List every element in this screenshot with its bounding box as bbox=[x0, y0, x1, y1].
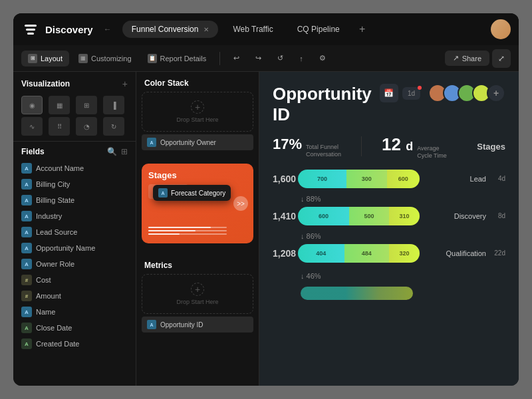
tab-web-traffic[interactable]: Web Traffic bbox=[223, 21, 282, 38]
report-label: Report Details bbox=[160, 55, 207, 63]
bar-seg-2a: 600 bbox=[298, 207, 349, 225]
avatars-group: + bbox=[428, 84, 505, 102]
bar-row-partial bbox=[301, 287, 505, 300]
add-tab-button[interactable]: + bbox=[354, 21, 370, 37]
layout-label: Layout bbox=[41, 55, 63, 63]
field-industry[interactable]: A Industry bbox=[13, 208, 136, 224]
forecast-overlay[interactable]: A Forecast Category bbox=[153, 185, 231, 201]
left-panel: Visualization + ◉ ▦ ⊞ ▐ ∿ ⠿ ◔ ↻ Fields 🔍… bbox=[13, 72, 136, 386]
field-badge-hash: # bbox=[21, 291, 32, 301]
fields-search-icon[interactable]: 🔍 bbox=[107, 147, 117, 156]
field-badge-a: A bbox=[21, 243, 32, 253]
bar-lead: 700 300 600 bbox=[298, 170, 420, 188]
viz-type-table[interactable]: ⊞ bbox=[76, 96, 97, 114]
calendar-btn[interactable]: 📅 bbox=[380, 84, 398, 102]
toolbar-layout-btn[interactable]: ⊞ Layout bbox=[21, 51, 69, 66]
toolbar-separator bbox=[219, 52, 220, 65]
nav-back-arrow[interactable]: ← bbox=[104, 25, 112, 34]
tab-close-icon[interactable]: ✕ bbox=[203, 26, 209, 33]
bar-days-1: 4d bbox=[489, 175, 505, 182]
metrics-drop-zone[interactable]: + Drop Start Here bbox=[142, 274, 253, 314]
fields-title: Fields bbox=[21, 147, 45, 156]
settings-btn[interactable]: ⚙ bbox=[313, 51, 332, 66]
fields-filter-icon[interactable]: ⊞ bbox=[121, 147, 128, 156]
field-badge-a: A bbox=[21, 179, 32, 190]
app-window: Discovery ← Funnel Conversion ✕ Web Traf… bbox=[13, 13, 519, 386]
field-badge-a: A bbox=[21, 227, 32, 237]
field-opportunity-name[interactable]: A Opportunity Name bbox=[13, 240, 136, 256]
pill-badge: A bbox=[147, 138, 156, 147]
field-badge-cal: A bbox=[21, 323, 32, 333]
cycle-value: 12 d bbox=[382, 134, 413, 155]
opp-id-badge: A bbox=[147, 320, 156, 329]
tab-cq-pipeline[interactable]: CQ Pipeline bbox=[288, 21, 349, 38]
bar-days-3: 22d bbox=[489, 249, 505, 257]
expand-btn[interactable]: ⤢ bbox=[492, 49, 511, 68]
viz-type-scatter[interactable]: ⠿ bbox=[49, 117, 70, 136]
field-badge-hash: # bbox=[21, 275, 32, 285]
chart-line-2 bbox=[148, 230, 227, 231]
field-close-date[interactable]: A Close Date bbox=[13, 320, 136, 336]
share-icon: ↗ bbox=[453, 54, 459, 63]
report-icon: 📋 bbox=[148, 54, 157, 63]
bar-row-lead: 1,600 700 300 600 Lead 4d bbox=[273, 170, 505, 188]
right-panel: Opportunity ID 📅 1d + bbox=[259, 72, 519, 386]
bar-seg-2b: 500 bbox=[349, 207, 389, 225]
opp-id-label: Opportunity ID bbox=[160, 321, 203, 329]
chart-line-1 bbox=[148, 227, 227, 228]
toolbar-report-btn[interactable]: 📋 Report Details bbox=[141, 51, 213, 66]
conversion-label: Total Funnel Conversation bbox=[306, 144, 341, 158]
field-billing-state[interactable]: A Billing State bbox=[13, 192, 136, 208]
more-icon: ↻ bbox=[111, 123, 116, 130]
field-cost[interactable]: # Cost bbox=[13, 272, 136, 288]
field-account-name[interactable]: A Account Name bbox=[13, 160, 136, 176]
bar-row-qualification: 1,208 404 484 320 Qualification 22d bbox=[273, 244, 505, 263]
redo-btn[interactable]: ↪ bbox=[249, 51, 268, 66]
fields-header: Fields 🔍 ⊞ bbox=[13, 141, 136, 160]
upload-btn[interactable]: ↑ bbox=[293, 51, 310, 66]
bar-count-3: 1,208 bbox=[273, 248, 298, 259]
opportunity-owner-pill[interactable]: A Opportunity Owner bbox=[142, 134, 253, 150]
viz-type-line[interactable]: ∿ bbox=[21, 117, 43, 136]
period-label: 1d bbox=[408, 90, 415, 97]
field-owner-role[interactable]: A Owner Role bbox=[13, 256, 136, 272]
field-lead-source[interactable]: A Lead Source bbox=[13, 224, 136, 240]
field-name[interactable]: A Name bbox=[13, 304, 136, 320]
share-btn[interactable]: ↗ Share bbox=[445, 51, 489, 66]
forecast-badge: A bbox=[158, 188, 168, 198]
field-created-date[interactable]: A Created Date bbox=[13, 336, 136, 352]
bar-icon: ▦ bbox=[57, 102, 63, 109]
visualization-add-btn[interactable]: + bbox=[122, 78, 128, 89]
field-label: Created Date bbox=[36, 340, 79, 348]
viz-type-donut[interactable]: ◉ bbox=[21, 96, 43, 114]
pill-label: Opportunity Owner bbox=[160, 139, 216, 146]
bar-count-1: 1,600 bbox=[273, 174, 298, 184]
user-avatar[interactable] bbox=[491, 19, 511, 39]
bar-seg-1a: 700 bbox=[298, 170, 346, 188]
toolbar-customizing-btn[interactable]: ▦ Customizing bbox=[72, 51, 138, 66]
viz-type-bar[interactable]: ▦ bbox=[49, 96, 70, 114]
refresh-btn[interactable]: ↺ bbox=[271, 51, 290, 66]
viz-type-pie[interactable]: ◔ bbox=[76, 117, 97, 136]
field-label: Cost bbox=[36, 276, 51, 284]
add-avatar-btn[interactable]: + bbox=[487, 84, 505, 102]
field-label: Industry bbox=[36, 212, 62, 220]
field-label: Account Name bbox=[36, 164, 84, 172]
field-badge-a: A bbox=[21, 307, 32, 317]
viz-type-more[interactable]: ↻ bbox=[103, 117, 124, 136]
tab-funnel-conversion[interactable]: Funnel Conversion ✕ bbox=[122, 21, 219, 38]
viz-type-column[interactable]: ▐ bbox=[103, 96, 124, 114]
field-label: Amount bbox=[36, 292, 61, 300]
field-amount[interactable]: # Amount bbox=[13, 288, 136, 304]
drop-zone-label: Drop Start Here bbox=[176, 116, 218, 123]
bar-row-discovery: 1,410 600 500 310 Discovery 8d bbox=[273, 207, 505, 225]
color-stack-drop-zone[interactable]: + Drop Start Here bbox=[142, 92, 253, 132]
period-btn[interactable]: 1d bbox=[402, 87, 420, 100]
bar-seg-3c: 320 bbox=[389, 244, 420, 263]
opportunity-id-pill[interactable]: A Opportunity ID bbox=[142, 317, 253, 332]
bar-stage-2: Discovery bbox=[426, 212, 486, 220]
undo-btn[interactable]: ↩ bbox=[227, 51, 246, 66]
rp-title: Opportunity ID bbox=[273, 84, 380, 125]
field-billing-city[interactable]: A Billing City bbox=[13, 176, 136, 192]
field-label: Name bbox=[36, 308, 55, 316]
